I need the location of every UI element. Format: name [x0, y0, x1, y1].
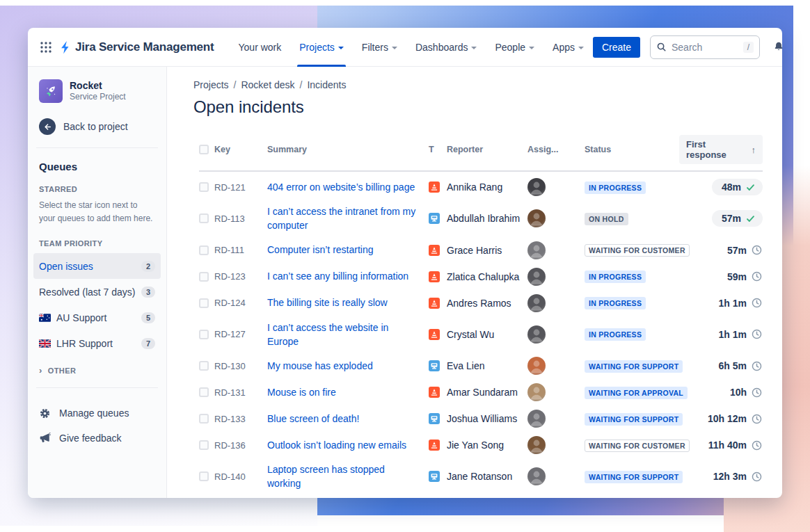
incident-type-icon	[429, 387, 440, 398]
other-group-label: OTHER	[48, 366, 77, 375]
assignee-avatar[interactable]	[527, 209, 546, 227]
project-title-block[interactable]: Rocket Service Project	[70, 80, 126, 103]
back-to-project[interactable]: Back to project	[39, 118, 155, 135]
select-all-checkbox[interactable]	[199, 145, 209, 154]
issue-key: RD-121	[214, 182, 267, 193]
issue-summary-link[interactable]: Outlook isn’t loading new emails	[267, 438, 429, 452]
issue-summary-link[interactable]: My mouse has exploded	[267, 359, 429, 373]
create-button[interactable]: Create	[593, 37, 640, 58]
assignee-avatar[interactable]	[527, 241, 546, 259]
status-cell: WAITING FOR SUPPORT	[585, 412, 679, 426]
give-feedback-button[interactable]: Give feedback	[39, 426, 155, 451]
incident-type-icon	[429, 245, 440, 256]
row-checkbox[interactable]	[199, 387, 209, 397]
queue-item-au-support[interactable]: AU Support5	[33, 305, 161, 330]
issue-summary-link[interactable]: Laptop screen has stopped working	[267, 462, 429, 491]
other-group-toggle[interactable]: › OTHER	[39, 366, 155, 375]
starred-help-text: Select the star icon next to your queues…	[39, 199, 155, 225]
row-checkbox[interactable]	[199, 182, 209, 192]
breadcrumb-item[interactable]: Rocket desk	[241, 79, 294, 90]
column-header-status: Status	[585, 145, 679, 154]
row-checkbox[interactable]	[199, 330, 209, 339]
jira-logo[interactable]: Jira Service Management	[58, 40, 214, 54]
issue-summary-link[interactable]: 404 error on website’s billing page	[267, 180, 429, 194]
assignee-avatar[interactable]	[527, 357, 546, 375]
issue-summary-link[interactable]: I can’t access the website in Europe	[267, 321, 429, 349]
sla-clock-icon	[751, 387, 763, 398]
top-navigation: Jira Service Management Your workProject…	[28, 28, 782, 67]
table-row[interactable]: RD-136Outlook isn’t loading new emailsJi…	[199, 432, 763, 458]
assignee-avatar[interactable]	[527, 268, 546, 286]
first-response-time: 57m	[722, 213, 741, 224]
row-checkbox[interactable]	[199, 440, 209, 450]
breadcrumb-separator: /	[234, 79, 237, 90]
row-checkbox[interactable]	[199, 414, 209, 424]
nav-item-people[interactable]: People	[486, 28, 543, 67]
issue-summary-link[interactable]: Blue screen of death!	[267, 412, 429, 426]
manage-queues-button[interactable]: Manage queues	[39, 401, 155, 426]
nav-item-projects[interactable]: Projects	[290, 28, 353, 67]
issue-summary-link[interactable]: I can’t access the intranet from my comp…	[267, 204, 429, 233]
table-row[interactable]: RD-121404 error on website’s billing pag…	[199, 174, 763, 200]
issue-key: RD-124	[214, 298, 267, 308]
row-checkbox[interactable]	[199, 245, 209, 255]
breadcrumb-item[interactable]: Projects	[193, 79, 229, 90]
nav-item-dashboards[interactable]: Dashboards	[406, 28, 486, 67]
starred-heading: STARRED	[39, 185, 155, 193]
table-row[interactable]: RD-127I can’t access the website in Euro…	[199, 316, 763, 353]
assignee-cell	[527, 268, 585, 286]
issue-summary-link[interactable]: Mouse is on fire	[267, 385, 429, 399]
table-row[interactable]: RD-123I can’t see any billing informatio…	[199, 264, 763, 290]
assignee-avatar[interactable]	[527, 383, 546, 401]
assignee-avatar[interactable]	[527, 178, 546, 196]
assignee-cell	[527, 325, 585, 344]
sla-met-check-icon	[745, 213, 756, 224]
nav-item-apps[interactable]: Apps	[543, 28, 593, 67]
row-checkbox[interactable]	[199, 471, 209, 481]
breadcrumb-item[interactable]: Incidents	[307, 79, 346, 90]
queue-item-resolved-last-7-days-[interactable]: Resolved (last 7 days)3	[33, 279, 161, 305]
search-input[interactable]	[672, 42, 738, 53]
table-row[interactable]: RD-145Laptop won’t turn onSamuel HallWAI…	[199, 495, 763, 498]
issue-summary-link[interactable]: I can’t see any billing information	[267, 269, 429, 283]
table-row[interactable]: RD-140Laptop screen has stopped workingJ…	[199, 458, 763, 495]
queue-item-lhr-support[interactable]: LHR Support7	[33, 330, 161, 356]
row-checkbox[interactable]	[199, 298, 209, 308]
nav-item-filters[interactable]: Filters	[353, 28, 406, 67]
status-badge: IN PROGRESS	[585, 297, 646, 309]
table-row[interactable]: RD-130My mouse has explodedEva LienWAITI…	[199, 353, 763, 379]
table-row[interactable]: RD-131Mouse is on fireAmar SundaramWAITI…	[199, 379, 763, 405]
table-row[interactable]: RD-133Blue screen of death!Joshua Willia…	[199, 405, 763, 432]
issue-summary-link[interactable]: The billing site is really slow	[267, 296, 429, 309]
queue-list: Open issues2Resolved (last 7 days)3AU Su…	[39, 253, 155, 356]
nav-item-label: Dashboards	[415, 42, 468, 53]
assignee-avatar[interactable]	[527, 467, 546, 485]
table-row[interactable]: RD-124The billing site is really slowAnd…	[199, 290, 763, 316]
status-badge: IN PROGRESS	[585, 271, 646, 283]
issue-summary-link[interactable]: Computer isn’t restarting	[267, 243, 429, 257]
nav-item-your-work[interactable]: Your work	[230, 28, 291, 67]
row-checkbox[interactable]	[199, 213, 209, 223]
reporter-name: Crystal Wu	[447, 329, 527, 340]
assignee-avatar[interactable]	[527, 436, 546, 454]
assignee-avatar[interactable]	[527, 294, 546, 312]
it-help-type-icon	[429, 471, 440, 482]
assignee-avatar[interactable]	[527, 410, 546, 428]
status-cell: IN PROGRESS	[585, 181, 679, 194]
app-switcher-icon[interactable]	[39, 38, 53, 56]
row-checkbox[interactable]	[199, 272, 209, 282]
first-response-time: 11h 40m	[708, 440, 747, 451]
search-box[interactable]: /	[650, 35, 760, 59]
sla-clock-icon	[751, 297, 763, 309]
assignee-avatar[interactable]	[527, 325, 546, 344]
queue-item-open-issues[interactable]: Open issues2	[33, 253, 161, 279]
row-checkbox[interactable]	[199, 361, 209, 371]
sort-first-response[interactable]: First response ↑	[679, 135, 763, 164]
notifications-bell-icon[interactable]	[770, 38, 782, 56]
table-row[interactable]: RD-113I can’t access the intranet from m…	[199, 200, 763, 237]
app-window: Jira Service Management Your workProject…	[28, 28, 782, 498]
table-row[interactable]: RD-111Computer isn’t restartingGrace Har…	[199, 237, 763, 264]
reporter-name: Joshua Williams	[447, 413, 527, 424]
status-cell: WAITING FOR APPROVAL	[585, 386, 679, 399]
issue-key: RD-140	[214, 471, 267, 482]
